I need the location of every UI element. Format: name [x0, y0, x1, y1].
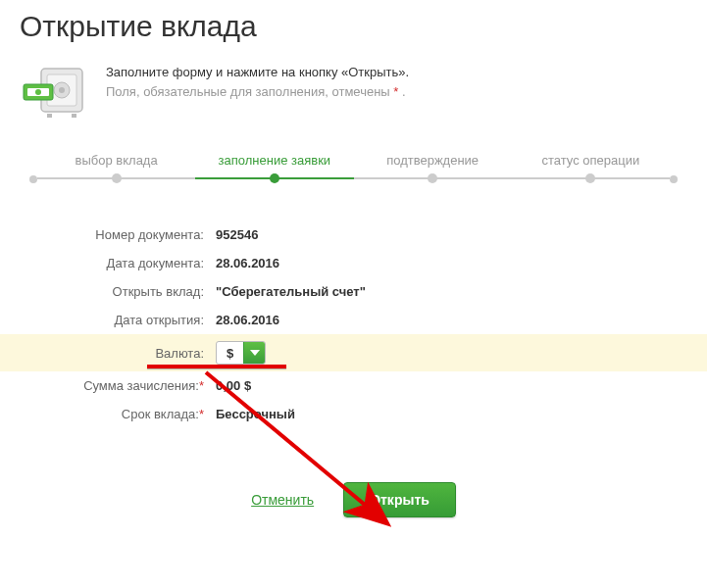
svg-rect-4 — [47, 114, 52, 118]
cancel-link[interactable]: Отменить — [251, 492, 314, 508]
row-amount: Сумма зачисления:* 0,00 $ — [20, 371, 687, 400]
label-doc-date: Дата документа: — [20, 256, 216, 270]
value-open-date: 28.06.2016 — [216, 313, 279, 327]
safe-icon — [20, 63, 88, 122]
row-term: Срок вклада:* Бессрочный — [20, 400, 687, 428]
step-status: статус операции — [512, 153, 670, 183]
label-doc-number: Номер документа: — [20, 227, 216, 242]
label-amount: Сумма зачисления:* — [20, 378, 216, 393]
instruction-sub: Поля, обязательные для заполнения, отмеч… — [106, 82, 409, 102]
label-open-deposit: Открыть вклад: — [20, 284, 216, 299]
step-select-deposit: выбор вклада — [37, 153, 195, 183]
row-doc-date: Дата документа: 28.06.2016 — [20, 249, 687, 277]
page-title: Открытие вклада — [20, 10, 687, 43]
currency-value: $ — [217, 346, 243, 361]
value-doc-number: 952546 — [216, 227, 258, 242]
currency-select[interactable]: $ — [216, 341, 266, 365]
step-confirm: подтверждение — [354, 153, 512, 183]
svg-point-3 — [59, 87, 65, 93]
row-open-date: Дата открытия: 28.06.2016 — [20, 306, 687, 334]
progress-stepper: выбор вклада заполнение заявки подтвержд… — [20, 153, 687, 183]
instruction-main: Заполните форму и нажмите на кнопку «Отк… — [106, 63, 409, 82]
value-amount: 0,00 $ — [216, 378, 251, 393]
label-open-date: Дата открытия: — [20, 313, 216, 327]
row-doc-number: Номер документа: 952546 — [20, 220, 687, 249]
svg-rect-5 — [72, 114, 76, 118]
label-currency: Валюта: — [20, 346, 216, 361]
value-doc-date: 28.06.2016 — [216, 256, 279, 270]
svg-point-8 — [35, 89, 41, 95]
actions-bar: Отменить Открыть — [20, 482, 687, 517]
chevron-down-icon[interactable] — [243, 342, 265, 364]
value-term: Бессрочный — [216, 407, 295, 421]
open-button[interactable]: Открыть — [343, 482, 456, 517]
step-fill-form: заполнение заявки — [195, 153, 353, 183]
row-open-deposit: Открыть вклад: "Сберегательный счет" — [20, 277, 687, 306]
row-currency: Валюта: $ — [0, 334, 707, 371]
instruction-block: Заполните форму и нажмите на кнопку «Отк… — [20, 63, 687, 122]
label-term: Срок вклада:* — [20, 407, 216, 421]
value-open-deposit: "Сберегательный счет" — [216, 284, 366, 299]
